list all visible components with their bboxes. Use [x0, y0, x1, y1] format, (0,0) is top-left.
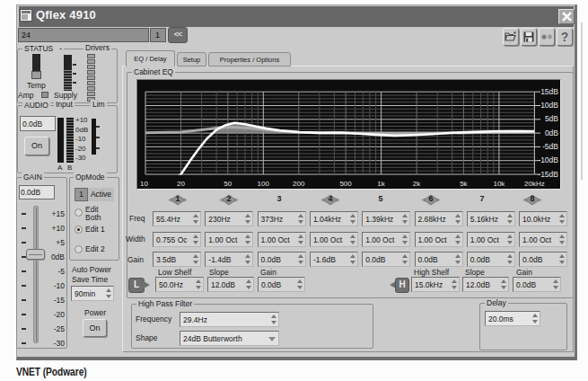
- svg-text:-5dB: -5dB: [542, 142, 558, 151]
- svg-text:-10dB: -10dB: [538, 155, 558, 164]
- svg-text:50: 50: [224, 180, 232, 188]
- svg-text:0dB: 0dB: [545, 128, 558, 137]
- svg-text:500: 500: [339, 180, 352, 188]
- svg-text:20: 20: [177, 180, 185, 188]
- svg-text:5dB: 5dB: [545, 114, 558, 123]
- svg-text:20kHz: 20kHz: [524, 180, 545, 188]
- svg-text:10: 10: [140, 180, 148, 188]
- svg-text:10k: 10k: [493, 180, 505, 188]
- svg-text:2k: 2k: [413, 180, 421, 188]
- svg-text:-15dB: -15dB: [538, 170, 558, 179]
- svg-text:15dB: 15dB: [540, 87, 558, 96]
- svg-text:1k: 1k: [377, 180, 385, 188]
- svg-text:200: 200: [293, 180, 305, 188]
- svg-text:100: 100: [258, 180, 270, 188]
- svg-text:10dB: 10dB: [540, 101, 558, 110]
- svg-text:5k: 5k: [460, 180, 468, 188]
